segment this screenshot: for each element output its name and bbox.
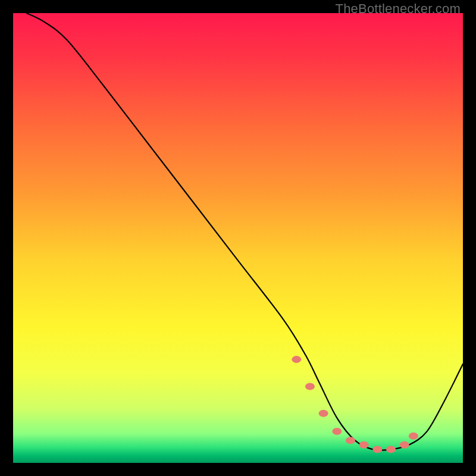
marker-dot: [346, 437, 355, 444]
chart-frame: [13, 13, 463, 463]
marker-dot: [319, 410, 328, 417]
chart-svg: [13, 13, 463, 463]
marker-dot: [359, 441, 369, 449]
marker-dot: [372, 446, 382, 453]
gradient-background: [13, 13, 463, 463]
marker-dot: [386, 446, 396, 453]
marker-dot: [409, 433, 418, 440]
watermark-text: TheBottlenecker.com: [336, 1, 461, 17]
marker-dot: [305, 383, 315, 390]
marker-dot: [292, 356, 301, 363]
marker-dot: [400, 441, 409, 449]
marker-dot: [332, 428, 342, 435]
